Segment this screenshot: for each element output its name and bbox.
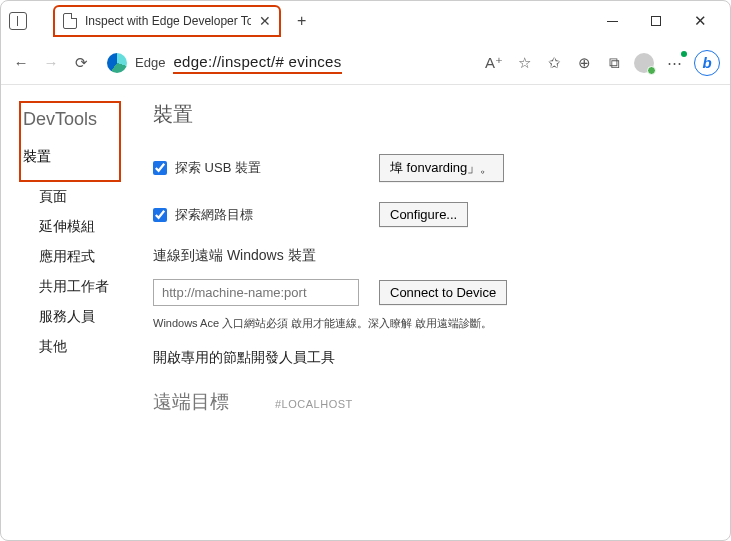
bing-button[interactable]: b <box>694 50 720 76</box>
tab-title: Inspect with Edge Developer To <box>85 14 251 28</box>
main-panel: 裝置 探索 USB 裝置 埠 fonvarding」。 探索網路目標 Confi… <box>119 85 730 541</box>
remote-localhost-tag: #LOCALHOST <box>275 398 353 410</box>
site-identity: Edge <box>135 55 165 70</box>
sidebar-item-devices[interactable]: 裝置 <box>23 142 115 172</box>
connect-note: Windows Ace 入口網站必須 啟用才能連線。深入瞭解 啟用遠端診斷。 <box>153 316 708 331</box>
discover-usb-label: 探索 USB 裝置 <box>175 159 261 177</box>
window-titlebar: Inspect with Edge Developer To ✕ + ✕ <box>1 1 730 41</box>
back-button[interactable]: ← <box>11 53 31 73</box>
refresh-button[interactable]: ⟳ <box>71 53 91 73</box>
port-forwarding-button[interactable]: 埠 fonvarding」。 <box>379 154 504 182</box>
network-row: 探索網路目標 Configure... <box>153 202 708 227</box>
usb-row: 探索 USB 裝置 埠 fonvarding」。 <box>153 154 708 182</box>
new-tab-button[interactable]: + <box>297 12 306 30</box>
favorites-bar-icon[interactable]: ✩ <box>544 53 564 73</box>
remote-targets-heading: 遠端目標 <box>153 389 229 415</box>
close-window-button[interactable]: ✕ <box>678 6 722 36</box>
sidebar-highlight: DevTools 裝置 <box>19 101 121 182</box>
discover-usb-checkbox[interactable] <box>153 161 167 175</box>
discover-network-checkbox[interactable] <box>153 208 167 222</box>
edge-icon <box>107 53 127 73</box>
devtools-title: DevTools <box>23 109 115 130</box>
page-icon <box>63 13 77 29</box>
sidebar-item-pages[interactable]: 頁面 <box>39 182 119 212</box>
window-controls: ✕ <box>590 6 722 36</box>
remote-targets-row: 遠端目標 #LOCALHOST <box>153 389 708 415</box>
devtools-sidebar: DevTools 裝置 頁面 延伸模組 應用程式 共用工作者 服務人員 其他 <box>1 85 119 541</box>
reading-mode-icon[interactable]: A⁺ <box>484 53 504 73</box>
url-text[interactable]: edge://inspect/# evinces <box>173 51 341 74</box>
maximize-button[interactable] <box>634 6 678 36</box>
sidebar-item-other[interactable]: 其他 <box>39 332 119 362</box>
avatar-icon <box>634 53 654 73</box>
minimize-button[interactable] <box>590 6 634 36</box>
configure-button[interactable]: Configure... <box>379 202 468 227</box>
connect-heading: 連線到遠端 Windows 裝置 <box>153 247 708 265</box>
discover-network-label: 探索網路目標 <box>175 206 253 224</box>
page-heading: 裝置 <box>153 101 708 128</box>
sidebar-item-extensions[interactable]: 延伸模組 <box>39 212 119 242</box>
connect-row: Connect to Device <box>153 279 708 306</box>
machine-address-input[interactable] <box>153 279 359 306</box>
sidebar-item-apps[interactable]: 應用程式 <box>39 242 119 272</box>
settings-menu-button[interactable]: ⋯ <box>664 53 684 73</box>
address-bar[interactable]: Edge edge://inspect/# evinces <box>107 51 342 74</box>
browser-tab[interactable]: Inspect with Edge Developer To ✕ <box>53 5 281 37</box>
collections-icon[interactable]: ⊕ <box>574 53 594 73</box>
page-content: DevTools 裝置 頁面 延伸模組 應用程式 共用工作者 服務人員 其他 裝… <box>1 85 730 541</box>
extensions-icon[interactable]: ⧉ <box>604 53 624 73</box>
sidebar-item-service-workers[interactable]: 服務人員 <box>39 302 119 332</box>
profile-button[interactable] <box>634 53 654 73</box>
sidebar-item-shared-workers[interactable]: 共用工作者 <box>39 272 119 302</box>
browser-toolbar: ← → ⟳ Edge edge://inspect/# evinces A⁺ ☆… <box>1 41 730 85</box>
favorite-icon[interactable]: ☆ <box>514 53 534 73</box>
node-devtools-link[interactable]: 開啟專用的節點開發人員工具 <box>153 349 708 367</box>
tab-close-button[interactable]: ✕ <box>259 13 271 29</box>
connect-device-button[interactable]: Connect to Device <box>379 280 507 305</box>
tab-actions-icon[interactable] <box>9 12 27 30</box>
forward-button[interactable]: → <box>41 53 61 73</box>
